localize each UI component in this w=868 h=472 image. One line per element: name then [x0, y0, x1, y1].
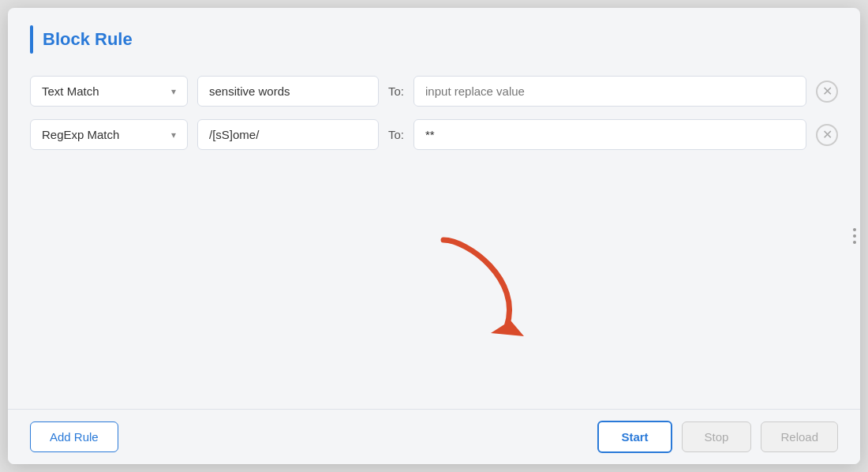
remove-rule-button-1[interactable]: ✕ — [816, 81, 838, 103]
rule-replace-input-1[interactable] — [413, 76, 806, 107]
add-rule-button[interactable]: Add Rule — [30, 421, 118, 452]
rule-replace-input-2[interactable] — [413, 119, 806, 150]
rule-match-input-2[interactable] — [197, 119, 379, 150]
panel-body: Text Match ▾ To: ✕ RegExp Match ▾ To: ✕ — [8, 66, 860, 409]
panel-title: Block Rule — [43, 29, 133, 50]
remove-rule-button-2[interactable]: ✕ — [816, 124, 838, 146]
close-icon: ✕ — [822, 129, 832, 141]
rule-match-input-1[interactable] — [197, 76, 379, 107]
close-icon: ✕ — [822, 85, 832, 98]
panel-header: Block Rule — [8, 8, 860, 66]
chevron-down-icon: ▾ — [171, 86, 176, 97]
reload-button: Reload — [761, 421, 838, 452]
start-button[interactable]: Start — [597, 421, 672, 453]
arrow-annotation — [420, 232, 562, 346]
rule-type-select-1[interactable]: Text Match ▾ — [30, 76, 188, 107]
rule-type-label-1: Text Match — [42, 84, 99, 98]
to-label-2: To: — [388, 128, 404, 141]
panel-footer: Add Rule Start Stop Reload — [8, 409, 860, 464]
to-label-1: To: — [388, 84, 404, 98]
rule-type-select-2[interactable]: RegExp Match ▾ — [30, 119, 188, 150]
rule-type-label-2: RegExp Match — [42, 128, 119, 141]
arrow-svg — [420, 232, 562, 343]
svg-marker-0 — [491, 320, 524, 336]
header-accent-bar — [30, 25, 33, 54]
stop-button: Stop — [682, 421, 752, 452]
rule-row: RegExp Match ▾ To: ✕ — [30, 119, 838, 150]
chevron-down-icon: ▾ — [171, 129, 176, 140]
rule-row: Text Match ▾ To: ✕ — [30, 76, 838, 107]
block-rule-panel: Block Rule Text Match ▾ To: ✕ RegExp Mat… — [8, 8, 860, 464]
